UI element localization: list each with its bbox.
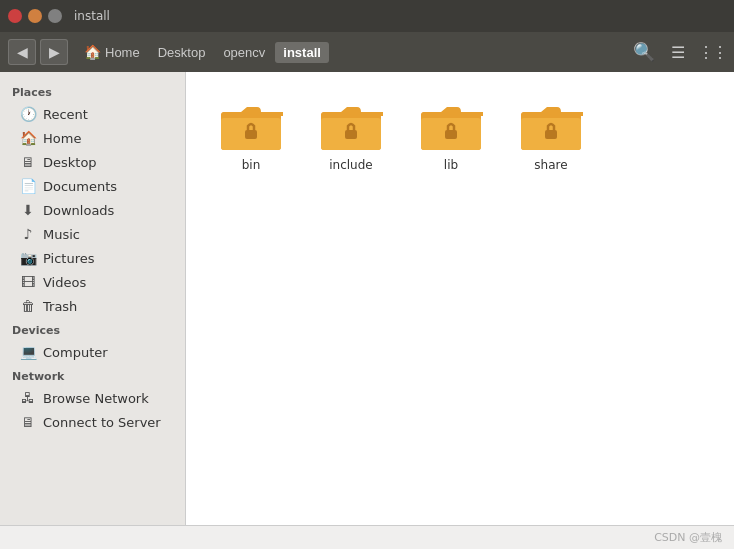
svg-rect-11: [545, 130, 557, 139]
sidebar-item-recent[interactable]: 🕐Recent: [0, 102, 185, 126]
sidebar-item-browse-network[interactable]: 🖧Browse Network: [0, 386, 185, 410]
grid-view-button[interactable]: ⋮⋮: [698, 38, 726, 66]
folder-item-include[interactable]: include: [306, 92, 396, 180]
folder-label-bin: bin: [242, 158, 261, 172]
close-button[interactable]: [8, 9, 22, 23]
watermark: CSDN @壹槐: [654, 530, 722, 545]
breadcrumb-item-home[interactable]: 🏠Home: [76, 41, 148, 63]
sidebar-section-network: Network: [0, 364, 185, 386]
sidebar-item-label-home: Home: [43, 131, 173, 146]
trash-icon: 🗑: [20, 298, 36, 314]
breadcrumb-label-opencv: opencv: [223, 45, 265, 60]
folder-icon-include: [319, 100, 383, 154]
folder-label-include: include: [329, 158, 372, 172]
home-icon: 🏠: [84, 44, 101, 60]
sidebar-section-devices: Devices: [0, 318, 185, 340]
sidebar-item-connect-server[interactable]: 🖥Connect to Server: [0, 410, 185, 434]
forward-button[interactable]: ▶: [40, 39, 68, 65]
sidebar-item-label-pictures: Pictures: [43, 251, 173, 266]
documents-icon: 📄: [20, 178, 36, 194]
sidebar-item-music[interactable]: ♪Music: [0, 222, 185, 246]
sidebar-item-computer[interactable]: 💻Computer: [0, 340, 185, 364]
main-layout: Places🕐Recent🏠Home🖥Desktop📄Documents⬇Dow…: [0, 72, 734, 525]
folder-item-bin[interactable]: bin: [206, 92, 296, 180]
sidebar-item-videos[interactable]: 🎞Videos: [0, 270, 185, 294]
folder-label-share: share: [534, 158, 567, 172]
breadcrumb-item-opencv[interactable]: opencv: [215, 42, 273, 63]
statusbar: CSDN @壹槐: [0, 525, 734, 549]
sidebar-item-desktop[interactable]: 🖥Desktop: [0, 150, 185, 174]
breadcrumb-label-home: Home: [105, 45, 140, 60]
maximize-button[interactable]: [48, 9, 62, 23]
minimize-button[interactable]: [28, 9, 42, 23]
sidebar-item-label-connect-server: Connect to Server: [43, 415, 173, 430]
folder-label-lib: lib: [444, 158, 458, 172]
svg-rect-5: [345, 130, 357, 139]
pictures-icon: 📷: [20, 250, 36, 266]
titlebar-buttons: [8, 9, 62, 23]
file-grid: binincludelibshare: [206, 92, 714, 180]
breadcrumb-label-desktop: Desktop: [158, 45, 206, 60]
breadcrumb-label-install: install: [283, 45, 321, 60]
sidebar-item-label-computer: Computer: [43, 345, 173, 360]
sidebar-item-label-desktop: Desktop: [43, 155, 173, 170]
breadcrumb: 🏠HomeDesktopopencvinstall: [76, 41, 626, 63]
connect-server-icon: 🖥: [20, 414, 36, 430]
music-icon: ♪: [20, 226, 36, 242]
folder-icon-bin: [219, 100, 283, 154]
sidebar: Places🕐Recent🏠Home🖥Desktop📄Documents⬇Dow…: [0, 72, 186, 525]
sidebar-item-label-recent: Recent: [43, 107, 173, 122]
folder-item-share[interactable]: share: [506, 92, 596, 180]
grid-icon: ⋮⋮: [698, 43, 726, 62]
window-title: install: [74, 9, 110, 23]
menu-button[interactable]: ☰: [664, 38, 692, 66]
folder-icon-lib: [419, 100, 483, 154]
sidebar-item-home[interactable]: 🏠Home: [0, 126, 185, 150]
sidebar-item-downloads[interactable]: ⬇Downloads: [0, 198, 185, 222]
search-icon: 🔍: [633, 41, 655, 63]
sidebar-item-pictures[interactable]: 📷Pictures: [0, 246, 185, 270]
toolbar: ◀ ▶ 🏠HomeDesktopopencvinstall 🔍 ☰ ⋮⋮: [0, 32, 734, 72]
toolbar-actions: 🔍 ☰ ⋮⋮: [630, 38, 726, 66]
sidebar-item-documents[interactable]: 📄Documents: [0, 174, 185, 198]
folder-item-lib[interactable]: lib: [406, 92, 496, 180]
recent-icon: 🕐: [20, 106, 36, 122]
sidebar-item-label-videos: Videos: [43, 275, 173, 290]
sidebar-item-label-browse-network: Browse Network: [43, 391, 173, 406]
sidebar-item-label-downloads: Downloads: [43, 203, 173, 218]
sidebar-item-label-trash: Trash: [43, 299, 173, 314]
home-icon: 🏠: [20, 130, 36, 146]
sidebar-section-places: Places: [0, 80, 185, 102]
menu-icon: ☰: [671, 43, 685, 62]
svg-rect-8: [445, 130, 457, 139]
folder-icon-share: [519, 100, 583, 154]
titlebar: install: [0, 0, 734, 32]
computer-icon: 💻: [20, 344, 36, 360]
sidebar-item-label-documents: Documents: [43, 179, 173, 194]
file-content: binincludelibshare: [186, 72, 734, 525]
videos-icon: 🎞: [20, 274, 36, 290]
back-button[interactable]: ◀: [8, 39, 36, 65]
sidebar-item-label-music: Music: [43, 227, 173, 242]
browse-network-icon: 🖧: [20, 390, 36, 406]
svg-rect-2: [245, 130, 257, 139]
downloads-icon: ⬇: [20, 202, 36, 218]
breadcrumb-item-install[interactable]: install: [275, 42, 329, 63]
sidebar-item-trash[interactable]: 🗑Trash: [0, 294, 185, 318]
desktop-icon: 🖥: [20, 154, 36, 170]
breadcrumb-item-desktop[interactable]: Desktop: [150, 42, 214, 63]
search-button[interactable]: 🔍: [630, 38, 658, 66]
